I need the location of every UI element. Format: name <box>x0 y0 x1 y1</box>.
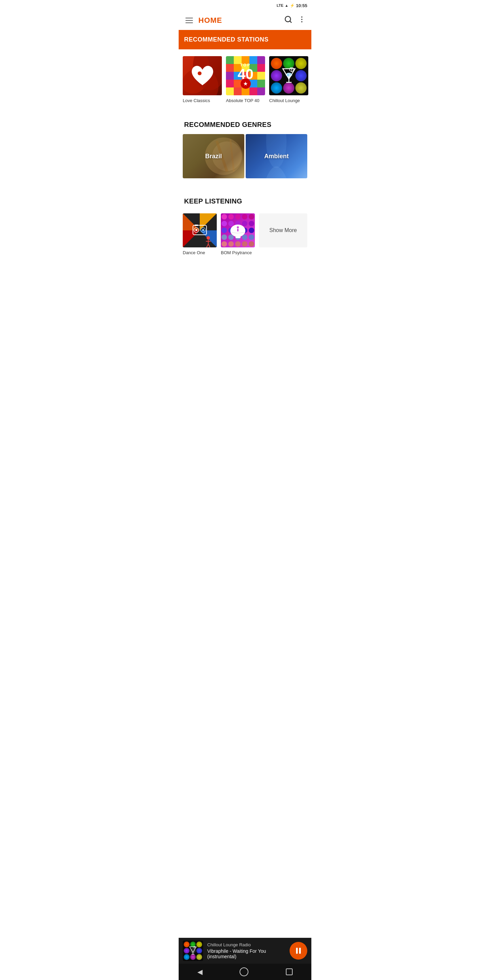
svg-point-36 <box>235 214 240 220</box>
svg-point-54 <box>221 241 227 247</box>
keep-listening-header: KEEP LISTENING <box>179 188 311 211</box>
svg-point-57 <box>242 241 247 247</box>
recommended-stations-banner: RECOMMENDED STATIONS <box>179 30 311 49</box>
dance-one-svg <box>183 213 217 247</box>
svg-point-53 <box>249 234 254 240</box>
genre-card-brazil[interactable]: Brazil <box>183 134 244 178</box>
keep-listening-grid: Dance One <box>179 211 311 259</box>
dance-one-artwork <box>183 213 217 247</box>
status-time: 10:55 <box>296 3 307 8</box>
svg-rect-28 <box>195 224 198 226</box>
genre-label-brazil: Brazil <box>183 134 244 178</box>
status-icons: LTE ▲ ⚡ 10:55 <box>277 3 307 8</box>
svg-line-32 <box>207 244 208 247</box>
search-icon[interactable] <box>284 15 292 25</box>
svg-point-49 <box>221 234 227 240</box>
bottom-spacer <box>179 259 311 300</box>
svg-point-29 <box>207 236 210 240</box>
keep-name-bom: BOM Psytrance <box>221 250 252 255</box>
genre-label-ambient: Ambient <box>246 134 307 178</box>
star-circle: ★ <box>240 79 251 89</box>
svg-point-55 <box>228 241 234 247</box>
top40-text-overlay: TOP 40 ★ <box>226 56 265 95</box>
recommended-stations-title: RECOMMENDED STATIONS <box>184 36 269 43</box>
svg-point-58 <box>249 241 254 247</box>
keep-card-dance-one[interactable]: Dance One <box>183 213 217 255</box>
station-name-top40: Absolute TOP 40 <box>226 98 259 103</box>
svg-point-34 <box>221 214 227 220</box>
svg-point-56 <box>235 241 240 247</box>
station-card-top40[interactable]: TOP 40 ★ Absolute TOP 40 <box>226 56 265 103</box>
station-thumb-chillout: 💎 <box>269 56 308 95</box>
genres-grid: Brazil Ambient <box>179 134 311 188</box>
stations-grid: Love Classics TOP 40 <box>179 51 311 111</box>
svg-point-48 <box>249 228 254 233</box>
svg-point-43 <box>249 221 254 226</box>
keep-thumb-bom <box>221 213 255 247</box>
genre-card-ambient[interactable]: Ambient <box>246 134 307 178</box>
svg-point-44 <box>221 228 227 233</box>
more-options-icon[interactable] <box>298 15 306 25</box>
battery-icon: ⚡ <box>290 3 295 8</box>
svg-point-37 <box>242 214 247 220</box>
svg-point-2 <box>301 16 302 18</box>
station-thumb-top40: TOP 40 ★ <box>226 56 265 95</box>
recommended-genres-header: RECOMMENDED GENRES <box>179 111 311 134</box>
svg-marker-9 <box>283 69 295 79</box>
station-card-chillout[interactable]: 💎 <box>269 56 308 103</box>
lte-icon: LTE <box>277 3 283 8</box>
keep-card-bom[interactable]: BOM Psytrance <box>221 213 255 255</box>
app-title: HOME <box>198 16 222 25</box>
bom-artwork <box>221 213 255 247</box>
svg-point-3 <box>301 19 302 20</box>
svg-point-35 <box>228 214 234 220</box>
svg-line-33 <box>208 244 210 247</box>
app-bar: HOME <box>179 11 311 30</box>
cocktail-overlay <box>269 56 308 95</box>
show-more-label: Show More <box>269 227 297 234</box>
svg-marker-21 <box>183 231 200 247</box>
status-bar: LTE ▲ ⚡ 10:55 <box>179 0 311 11</box>
svg-point-4 <box>301 21 302 22</box>
show-more-button[interactable]: Show More <box>259 213 307 247</box>
keep-thumb-dance-one <box>183 213 217 247</box>
cocktail-svg <box>282 67 296 84</box>
chillout-artwork: 💎 <box>269 56 308 95</box>
heart-svg <box>191 65 215 87</box>
station-name-chillout: Chillout Lounge <box>269 98 300 103</box>
svg-point-39 <box>221 221 227 226</box>
svg-rect-62 <box>237 229 239 231</box>
svg-point-8 <box>198 72 202 75</box>
svg-point-38 <box>249 214 254 220</box>
signal-icon: ▲ <box>285 3 288 8</box>
station-card-love-classics[interactable]: Love Classics <box>183 56 222 103</box>
app-bar-right <box>284 15 306 25</box>
keep-name-dance-one: Dance One <box>183 250 205 255</box>
svg-point-25 <box>195 229 197 231</box>
love-classics-artwork <box>183 56 222 95</box>
app-bar-left: HOME <box>184 16 222 25</box>
svg-point-61 <box>237 226 239 228</box>
mushroom-svg <box>229 221 247 240</box>
station-name-love-classics: Love Classics <box>183 98 210 103</box>
station-thumb-love-classics <box>183 56 222 95</box>
svg-point-27 <box>202 229 204 231</box>
top40-artwork: TOP 40 ★ <box>226 56 265 95</box>
hamburger-menu-button[interactable] <box>184 16 194 24</box>
svg-line-1 <box>290 21 291 22</box>
